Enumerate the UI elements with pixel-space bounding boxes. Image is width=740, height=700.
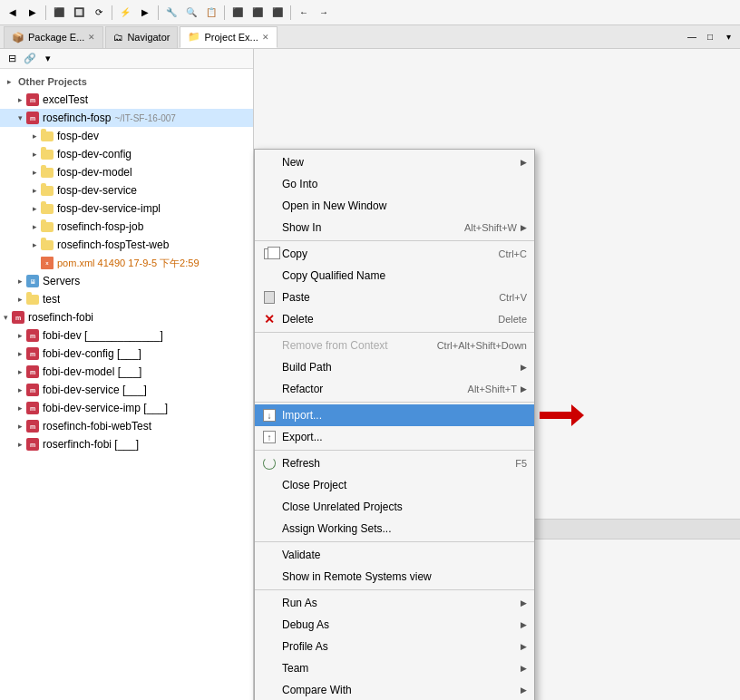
other-projects-arrow[interactable]: ▸ xyxy=(4,77,15,86)
tree-item-fobi-dev[interactable]: ▸ m fobi-dev [____________] xyxy=(0,326,253,345)
menu-item-debug-as[interactable]: Debug As ▶ xyxy=(255,614,534,636)
tree-item-rosefinch-fobi[interactable]: ▾ m rosefinch-fobi xyxy=(0,308,253,326)
menu-item-compare-with[interactable]: Compare With ▶ xyxy=(255,679,534,700)
menu-item-show-in[interactable]: Show In Alt+Shift+W ▶ xyxy=(255,217,534,238)
menu-item-assign-working-sets[interactable]: Assign Working Sets... xyxy=(255,518,534,540)
menu-icon-close-project xyxy=(262,478,277,492)
tree-item-fobi-dev-service-imp[interactable]: ▸ m fobi-dev-service-imp [___] xyxy=(0,399,253,417)
menu-item-new[interactable]: New ▶ xyxy=(255,151,534,173)
menu-label-profile-as: Profile As xyxy=(282,640,517,653)
menu-item-export[interactable]: Export... xyxy=(255,426,534,448)
tree-item-exceltest[interactable]: ▸ m excelTest xyxy=(0,91,253,109)
toolbar-btn-8[interactable]: 🔧 xyxy=(162,4,180,22)
menu-sep-5 xyxy=(255,541,534,542)
tab-navigator-label: Navigator xyxy=(127,32,170,43)
menu-icon-refresh xyxy=(262,456,277,471)
toolbar-btn-5[interactable]: ⟳ xyxy=(90,4,108,22)
tree-item-fosp-dev[interactable]: ▸ fosp-dev xyxy=(0,127,253,145)
tab-package-explorer[interactable]: 📦 Package E... ✕ xyxy=(4,26,103,48)
toolbar-btn-10[interactable]: 📋 xyxy=(202,4,220,22)
menu-icon-refactor xyxy=(262,382,277,396)
tree-item-fosp-dev-service-impl[interactable]: ▸ fosp-dev-service-impl xyxy=(0,199,253,218)
tree-menu-btn[interactable]: ▾ xyxy=(40,51,56,67)
tab-minimize-btn[interactable]: — xyxy=(684,29,700,45)
toolbar-btn-4[interactable]: 🔲 xyxy=(70,4,88,22)
tab-project-close[interactable]: ✕ xyxy=(262,33,269,42)
tab-project-label: Project Ex... xyxy=(204,32,258,43)
menu-item-open-new-window[interactable]: Open in New Window xyxy=(255,195,534,217)
menu-icon-compare-with xyxy=(262,683,277,697)
tree-item-rosefinch-fosp-job[interactable]: ▸ rosefinch-fosp-job xyxy=(0,218,253,236)
toolbar-btn-11[interactable]: ⬛ xyxy=(229,4,247,22)
menu-item-import[interactable]: Import... xyxy=(255,404,534,426)
tree-item-fosp-dev-service[interactable]: ▸ fosp-dev-service xyxy=(0,181,253,199)
menu-item-profile-as[interactable]: Profile As ▶ xyxy=(255,636,534,657)
menu-item-refactor[interactable]: Refactor Alt+Shift+T ▶ xyxy=(255,378,534,400)
menu-item-copy[interactable]: Copy Ctrl+C xyxy=(255,243,534,265)
fobi-dev-service-label: fobi-dev-service [___] xyxy=(43,384,147,396)
toolbar-btn-14[interactable]: ← xyxy=(295,4,313,22)
project-tree: ▸ Other Projects ▸ m excelTest ▾ m rosef… xyxy=(0,69,253,457)
menu-item-close-project[interactable]: Close Project xyxy=(255,474,534,496)
tab-project-explorer[interactable]: 📁 Project Ex... ✕ xyxy=(180,26,277,48)
menu-item-delete[interactable]: ✕ Delete Delete xyxy=(255,308,534,330)
tree-item-servers[interactable]: ▸ 🖥 Servers xyxy=(0,272,253,290)
servers-label: Servers xyxy=(43,275,80,287)
tree-item-rosefinch-fosp[interactable]: ▾ m rosefinch-fosp ~/IT-SF-16-007 xyxy=(0,109,253,127)
menu-item-run-as[interactable]: Run As ▶ xyxy=(255,592,534,614)
menu-shortcut-paste: Ctrl+V xyxy=(499,292,527,303)
tree-item-pom-xml[interactable]: x pom.xml 41490 17-9-5 下午2:59 xyxy=(0,254,253,272)
menu-label-delete: Delete xyxy=(282,313,480,326)
rosefinch-fosp-tag: ~/IT-SF-16-007 xyxy=(114,113,176,123)
tree-item-test[interactable]: ▸ test xyxy=(0,290,253,308)
fosp-dev-config-icon xyxy=(40,147,54,161)
toolbar-btn-12[interactable]: ⬛ xyxy=(248,4,267,22)
menu-item-close-unrelated[interactable]: Close Unrelated Projects xyxy=(255,496,534,518)
menu-item-refresh[interactable]: Refresh F5 xyxy=(255,452,534,474)
tree-item-fosp-dev-model[interactable]: ▸ fosp-dev-model xyxy=(0,163,253,181)
toolbar-btn-7[interactable]: ▶ xyxy=(136,4,154,22)
rosefinch-fobi-label: rosefinch-fobi xyxy=(28,311,93,324)
toolbar-btn-15[interactable]: → xyxy=(315,4,333,22)
rosefinch-fobi-webtest-icon: m xyxy=(25,419,40,433)
menu-item-remove-context[interactable]: Remove from Context Ctrl+Alt+Shift+Down xyxy=(255,335,534,356)
tree-item-rosefinch-fosptest-web[interactable]: ▸ rosefinch-fospTest-web xyxy=(0,236,253,254)
menu-item-show-remote[interactable]: Show in Remote Systems view xyxy=(255,566,534,588)
menu-item-build-path[interactable]: Build Path ▶ xyxy=(255,356,534,378)
tab-actions: — □ ▾ xyxy=(684,29,736,45)
tree-item-rosefinch-fobi-webtest[interactable]: ▸ m rosefinch-fobi-webTest xyxy=(0,417,253,435)
menu-item-go-into[interactable]: Go Into xyxy=(255,173,534,195)
toolbar-btn-1[interactable]: ◀ xyxy=(4,4,22,22)
toolbar-btn-3[interactable]: ⬛ xyxy=(50,4,68,22)
rosefinch-fobi-webtest-label: rosefinch-fobi-webTest xyxy=(43,420,151,433)
tab-maximize-btn[interactable]: □ xyxy=(702,29,718,45)
menu-shortcut-refresh: F5 xyxy=(515,458,527,469)
menu-label-build-path: Build Path xyxy=(282,361,517,374)
menu-arrow-run-as: ▶ xyxy=(521,598,527,608)
tree-item-fobi-dev-config[interactable]: ▸ m fobi-dev-config [___] xyxy=(0,345,253,363)
menu-label-open-new-window: Open in New Window xyxy=(282,199,527,212)
toolbar-btn-2[interactable]: ▶ xyxy=(24,4,42,22)
excel-test-label: excelTest xyxy=(43,93,88,106)
menu-arrow-team: ▶ xyxy=(521,664,527,673)
menu-item-team[interactable]: Team ▶ xyxy=(255,657,534,679)
menu-label-remove-context: Remove from Context xyxy=(282,339,419,352)
tree-link-btn[interactable]: 🔗 xyxy=(22,51,38,67)
menu-label-show-remote: Show in Remote Systems view xyxy=(282,570,527,583)
tab-menu-btn[interactable]: ▾ xyxy=(720,29,736,45)
menu-label-refactor: Refactor xyxy=(282,383,450,395)
menu-item-copy-qualified[interactable]: Copy Qualified Name xyxy=(255,265,534,287)
menu-item-validate[interactable]: Validate xyxy=(255,544,534,566)
tree-collapse-btn[interactable]: ⊟ xyxy=(4,51,20,67)
roserfinch-fobi-label: roserfinch-fobi [___] xyxy=(43,438,139,451)
toolbar-btn-13[interactable]: ⬛ xyxy=(268,4,287,22)
menu-item-paste[interactable]: Paste Ctrl+V xyxy=(255,287,534,308)
toolbar-btn-6[interactable]: ⚡ xyxy=(116,4,134,22)
tab-package-close[interactable]: ✕ xyxy=(88,33,95,42)
tree-item-fobi-dev-model[interactable]: ▸ m fobi-dev-model [___] xyxy=(0,363,253,381)
tree-item-fobi-dev-service[interactable]: ▸ m fobi-dev-service [___] xyxy=(0,381,253,399)
tab-navigator[interactable]: 🗂 Navigator xyxy=(105,26,178,48)
tree-item-fosp-dev-config[interactable]: ▸ fosp-dev-config xyxy=(0,145,253,163)
tree-item-roserfinch-fobi[interactable]: ▸ m roserfinch-fobi [___] xyxy=(0,435,253,453)
toolbar-btn-9[interactable]: 🔍 xyxy=(182,4,200,22)
